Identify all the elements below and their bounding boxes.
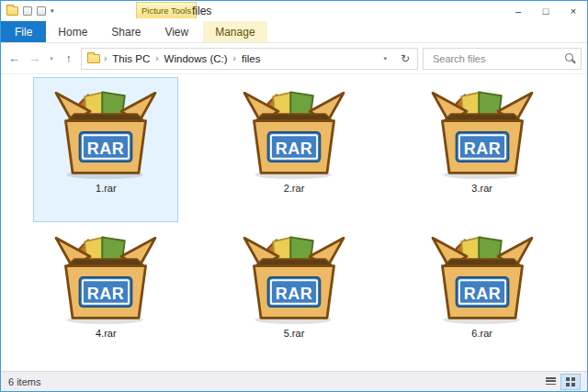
file-list: RAR 1.rar RAR 2.rar RAR 3.rar RAR 4.rar xyxy=(1,74,587,371)
file-label: 1.rar xyxy=(96,183,117,194)
rar-icon-text: RAR xyxy=(276,140,312,158)
file-item[interactable]: RAR 4.rar xyxy=(33,222,178,367)
breadcrumb-separator-icon: › xyxy=(104,53,107,63)
minimize-button[interactable]: – xyxy=(504,1,532,21)
window-title: files xyxy=(192,1,211,21)
breadcrumb-separator-icon: › xyxy=(155,53,158,63)
rar-icon-text: RAR xyxy=(87,140,124,158)
rar-icon-text: RAR xyxy=(87,285,124,303)
address-row: ← → ▾ ↑ › This PC › Windows (C:) › files… xyxy=(1,43,587,74)
breadcrumb-separator-icon: › xyxy=(233,53,236,63)
recent-locations-chevron-icon[interactable]: ▾ xyxy=(47,55,56,62)
address-bar[interactable]: › This PC › Windows (C:) › files ▾ ↻ xyxy=(81,48,418,70)
titlebar: ▾ Picture Tools files – □ × xyxy=(1,1,587,21)
file-item[interactable]: RAR 1.rar xyxy=(33,77,178,222)
up-arrow-icon[interactable]: ↑ xyxy=(61,52,76,65)
file-label: 2.rar xyxy=(284,183,305,194)
file-label: 6.rar xyxy=(471,328,492,339)
file-label: 5.rar xyxy=(284,328,305,339)
maximize-button[interactable]: □ xyxy=(532,1,560,21)
back-arrow-icon[interactable]: ← xyxy=(6,51,22,65)
ribbon-tabs: File Home Share View Manage xyxy=(1,21,587,43)
forward-arrow-icon[interactable]: → xyxy=(27,51,42,65)
rar-icon-text: RAR xyxy=(463,285,500,303)
qat-customize-chevron-icon[interactable]: ▾ xyxy=(51,6,54,16)
search-box xyxy=(423,48,582,70)
rar-archive-icon: RAR xyxy=(52,228,159,325)
properties-icon[interactable] xyxy=(23,6,32,16)
tab-file[interactable]: File xyxy=(1,21,46,42)
breadcrumb-files[interactable]: files xyxy=(240,53,262,64)
picture-tools-label: Picture Tools xyxy=(136,2,197,18)
rar-archive-icon: RAR xyxy=(429,83,536,180)
rar-archive-icon: RAR xyxy=(52,83,159,180)
file-item[interactable]: RAR 2.rar xyxy=(221,77,367,222)
tab-home[interactable]: Home xyxy=(46,21,99,42)
file-label: 4.rar xyxy=(96,328,117,339)
address-dropdown-chevron-icon[interactable]: ▾ xyxy=(379,55,391,62)
search-icon[interactable] xyxy=(565,53,573,62)
breadcrumb-this-pc[interactable]: This PC xyxy=(110,53,152,64)
breadcrumb-windows-c[interactable]: Windows (C:) xyxy=(163,53,230,64)
new-folder-icon[interactable] xyxy=(37,6,46,16)
refresh-icon[interactable]: ↻ xyxy=(395,52,415,65)
status-bar: 6 items xyxy=(1,371,587,391)
view-toggles xyxy=(541,375,580,389)
explorer-window-icon xyxy=(6,6,18,16)
file-label: 3.rar xyxy=(471,183,492,194)
thumbnails-view-button[interactable] xyxy=(561,375,580,389)
caption-buttons: – □ × xyxy=(504,1,587,21)
rar-icon-text: RAR xyxy=(276,285,312,303)
item-count: 6 items xyxy=(8,376,40,387)
search-input[interactable] xyxy=(431,52,565,65)
rar-archive-icon: RAR xyxy=(429,228,536,325)
quick-access-toolbar: ▾ xyxy=(1,6,54,16)
thumbnails-view-icon xyxy=(566,377,570,381)
details-view-icon xyxy=(546,377,556,386)
tab-view[interactable]: View xyxy=(153,21,200,42)
file-item[interactable]: RAR 5.rar xyxy=(221,222,367,367)
tab-share[interactable]: Share xyxy=(99,21,153,42)
close-button[interactable]: × xyxy=(560,1,587,21)
details-view-button[interactable] xyxy=(541,375,560,389)
rar-archive-icon: RAR xyxy=(241,83,347,180)
tab-manage[interactable]: Manage xyxy=(203,21,266,42)
rar-archive-icon: RAR xyxy=(241,228,347,325)
explorer-window: ▾ Picture Tools files – □ × File Home Sh… xyxy=(0,0,588,392)
file-item[interactable]: RAR 3.rar xyxy=(410,77,555,222)
folder-icon xyxy=(87,54,100,63)
file-item[interactable]: RAR 6.rar xyxy=(410,222,555,367)
rar-icon-text: RAR xyxy=(463,140,500,158)
